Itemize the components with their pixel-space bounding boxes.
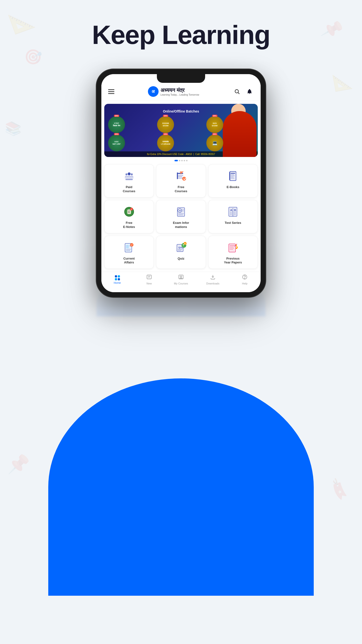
downloads-icon: [210, 274, 216, 281]
promo-banner[interactable]: Online/Offline Batches 30% CTETशिक्षक बै…: [104, 104, 258, 157]
menu-item-prev-papers[interactable]: PreviousYear Papers: [208, 236, 258, 269]
nav-my-courses[interactable]: My Courses: [174, 274, 188, 285]
page-content: Keep Learning अ अध्ययन मंत्र Learning To…: [0, 0, 362, 297]
svg-rect-45: [230, 214, 232, 215]
svg-rect-3: [125, 176, 133, 178]
svg-rect-11: [178, 175, 183, 176]
svg-rect-35: [178, 214, 184, 214]
menu-item-test-series[interactable]: A B Test Series: [208, 200, 258, 233]
free-courses-icon: [174, 169, 188, 183]
svg-rect-52: [126, 250, 130, 251]
svg-rect-51: [126, 249, 131, 250]
nav-downloads-label: Downloads: [206, 282, 219, 285]
svg-rect-70: [147, 275, 151, 279]
ebooks-label: E-Books: [227, 185, 239, 189]
svg-rect-18: [231, 176, 235, 176]
banner-badges: 30% CTETशिक्षक बैच 30% DSSSBEXAM 30% NVS…: [108, 116, 254, 152]
app-logo: अ अध्ययन मंत्र Learning Today... Leading…: [148, 86, 199, 97]
badge-nvs: 30% NVSEXAM: [206, 116, 223, 133]
menu-item-current-affairs[interactable]: CurrentAffairs: [104, 236, 154, 269]
svg-rect-50: [130, 246, 131, 247]
svg-rect-12: [178, 176, 182, 177]
svg-rect-44: [234, 213, 236, 214]
svg-point-76: [245, 278, 245, 279]
quiz-icon: QUIZ ? 6: [174, 241, 188, 254]
menu-item-paid-courses[interactable]: PaidCourses: [104, 164, 154, 198]
badge-dsssb: 30% DSSSBEXAM: [157, 116, 174, 133]
svg-rect-19: [231, 177, 234, 177]
nav-my-courses-label: My Courses: [174, 282, 188, 285]
badge-ctet: 30% CTETशिक्षक बैच: [108, 116, 125, 133]
free-enotes-label: FreeE-Notes: [123, 221, 135, 229]
phone-mockup: अ अध्ययन मंत्र Learning Today... Leading…: [89, 69, 273, 297]
badge-uttarakhand: 30% उत्तराखंडLT.GRADE: [157, 134, 174, 152]
exam-info-label: Exam Informations: [173, 221, 189, 229]
bottom-nav: Home New: [101, 272, 261, 292]
phone-screen: अ अध्ययन मंत्र Learning Today... Leading…: [101, 74, 261, 292]
svg-point-6: [131, 174, 133, 175]
svg-rect-13: [178, 178, 183, 178]
logo-hindi-text: अध्ययन मंत्र: [160, 87, 199, 94]
nav-downloads[interactable]: Downloads: [206, 274, 220, 285]
prev-papers-icon: [226, 241, 240, 254]
quiz-label: Quiz: [178, 257, 184, 261]
svg-point-69: [236, 248, 237, 249]
svg-point-4: [125, 174, 127, 175]
menu-item-free-courses[interactable]: FreeCourses: [156, 164, 206, 198]
svg-text:1: 1: [131, 208, 132, 210]
svg-rect-65: [230, 248, 234, 248]
svg-text:6: 6: [184, 242, 186, 245]
free-courses-label: FreeCourses: [175, 185, 187, 194]
logo-tagline: Learning Today... Leading Tomorrow: [160, 94, 199, 96]
logo-text: अध्ययन मंत्र Learning Today... Leading T…: [160, 87, 199, 96]
nav-new[interactable]: New: [142, 274, 156, 285]
hamburger-menu[interactable]: [108, 89, 114, 94]
badge-laptop: 30% 💻: [206, 134, 223, 152]
svg-text:A: A: [230, 209, 232, 212]
svg-rect-26: [128, 212, 130, 212]
notification-button[interactable]: [245, 87, 254, 96]
nav-new-label: New: [146, 282, 152, 285]
paid-courses-label: PaidCourses: [123, 185, 135, 194]
svg-rect-16: [231, 173, 235, 174]
menu-item-free-enotes[interactable]: 1 FreeE-Notes: [104, 200, 154, 233]
menu-item-exam-info[interactable]: ID Exam Informations: [156, 200, 206, 233]
svg-rect-33: [182, 210, 184, 210]
svg-rect-56: [178, 249, 182, 250]
nav-home-label: Home: [114, 281, 121, 284]
svg-line-1: [238, 93, 239, 94]
home-icon: [115, 275, 120, 280]
exam-info-icon: ID: [174, 205, 188, 218]
search-button[interactable]: [233, 87, 241, 96]
svg-rect-57: [178, 250, 181, 251]
svg-line-68: [236, 245, 238, 248]
phone-notch: [157, 74, 205, 83]
help-icon: [242, 274, 247, 281]
nav-help-label: Help: [242, 282, 248, 285]
ebooks-icon: [226, 169, 240, 183]
new-icon: [146, 274, 152, 281]
svg-rect-46: [234, 214, 236, 215]
svg-rect-66: [230, 249, 233, 250]
svg-point-74: [180, 276, 182, 278]
current-affairs-label: CurrentAffairs: [123, 257, 135, 265]
banner-title: Online/Offline Batches: [108, 110, 254, 113]
svg-rect-43: [230, 213, 232, 214]
svg-rect-7: [125, 179, 133, 180]
svg-text:ID: ID: [179, 210, 181, 212]
menu-grid: PaidCourses: [101, 161, 261, 272]
nav-home[interactable]: Home: [110, 275, 124, 284]
test-series-label: Test Series: [225, 221, 241, 225]
menu-item-quiz[interactable]: QUIZ ? 6 Quiz: [156, 236, 206, 269]
svg-rect-34: [182, 211, 184, 211]
current-affairs-icon: [122, 241, 136, 254]
svg-rect-17: [231, 174, 234, 175]
nav-help[interactable]: Help: [238, 274, 252, 285]
svg-rect-10: [177, 172, 178, 179]
svg-rect-21: [229, 172, 230, 180]
page-title: Keep Learning: [92, 19, 270, 50]
svg-text:B: B: [234, 209, 236, 212]
svg-rect-42: [234, 212, 236, 212]
menu-item-ebooks[interactable]: E-Books: [208, 164, 258, 198]
banner-content: Online/Offline Batches 30% CTETशिक्षक बै…: [104, 106, 258, 155]
